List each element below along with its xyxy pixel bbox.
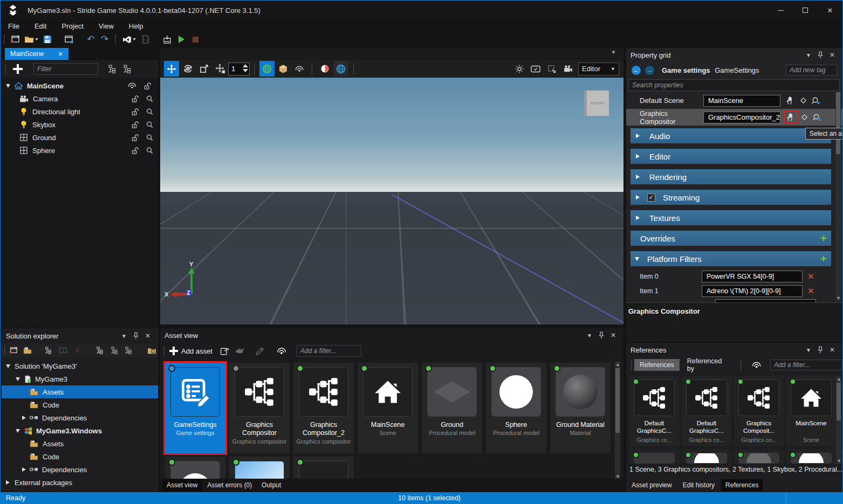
rotate-tool-button[interactable] — [180, 61, 195, 77]
scale-tool-button[interactable] — [196, 61, 211, 77]
redo-button[interactable]: ↷ — [98, 33, 112, 46]
panel-menu-icon[interactable]: ▼ — [584, 333, 595, 339]
open-dropdown-icon[interactable] — [35, 38, 38, 40]
pick-asset-hand-icon[interactable] — [786, 113, 796, 122]
scroll-down-icon[interactable]: ▼ — [837, 458, 841, 464]
item-value-input[interactable]: PowerVR SGX 54[0-9] — [702, 271, 803, 282]
asset-card-mainscene[interactable]: MainScene Scene — [358, 363, 418, 453]
template-icon[interactable] — [235, 347, 245, 355]
references-filter-input[interactable] — [770, 360, 842, 370]
snap-spinner[interactable] — [243, 64, 248, 72]
expander-icon[interactable] — [6, 480, 10, 485]
section-overrides[interactable]: Overrides+ — [630, 231, 831, 246]
open-in-ide-button[interactable] — [119, 33, 139, 46]
expander-icon[interactable] — [635, 257, 639, 261]
section-audio[interactable]: Audio — [630, 128, 831, 143]
remove-item-icon[interactable]: ✕ — [807, 286, 814, 296]
tab-referenced-by[interactable]: Referenced by — [682, 359, 735, 371]
new-project-button[interactable] — [8, 33, 22, 46]
panel-close-icon[interactable]: ✕ — [826, 51, 838, 59]
snap-move-button[interactable] — [213, 61, 228, 77]
default-scene-value[interactable]: MainScene — [703, 95, 780, 107]
expander-icon[interactable] — [6, 84, 10, 88]
build-button[interactable] — [160, 33, 174, 46]
delete-icon[interactable]: ✕ — [71, 344, 84, 357]
spinner-up-icon[interactable] — [243, 64, 248, 67]
asset-card-gamesettings[interactable]: GameSettings Game settings — [165, 363, 225, 453]
asset-filter-input[interactable] — [297, 345, 361, 357]
find-in-solution-icon[interactable] — [146, 344, 158, 357]
expander-icon[interactable] — [16, 429, 20, 433]
tree-item-assets-windows[interactable]: Assets — [2, 437, 158, 450]
asset-card-ground[interactable]: Ground Procedural model — [422, 363, 482, 453]
expand-all-icon[interactable] — [123, 344, 135, 357]
camera-settings-button[interactable] — [560, 61, 575, 77]
tree-item-code[interactable]: Code — [2, 398, 158, 411]
reference-card-graphics-compositor[interactable]: Graphics Composit... Graphics co... — [734, 376, 784, 446]
lock-icon[interactable] — [131, 108, 139, 116]
reference-card-mainscene[interactable]: MainScene Scene — [786, 376, 836, 446]
view-options-eye-icon[interactable] — [276, 347, 287, 355]
item-value-input[interactable]: Adreno \(TM\) 2[0-9][0-9] — [702, 285, 803, 297]
minimize-button[interactable] — [768, 2, 793, 18]
gizmo-visibility-button[interactable] — [292, 61, 307, 77]
window-layout-button[interactable] — [62, 33, 76, 46]
snap-value-input[interactable]: 1 — [228, 63, 250, 75]
save-button[interactable] — [40, 33, 54, 46]
panel-close-icon[interactable]: ✕ — [142, 332, 154, 340]
hierarchy-filter-input[interactable] — [33, 63, 98, 75]
tab-asset-view[interactable]: Asset view — [162, 479, 202, 491]
panel-close-icon[interactable]: ✕ — [826, 346, 838, 354]
asset-card-partial[interactable] — [229, 457, 290, 478]
edit-asset-icon[interactable] — [255, 347, 264, 356]
focus-icon[interactable] — [146, 134, 154, 142]
lighting-button[interactable] — [512, 61, 527, 77]
add-folder-icon[interactable] — [22, 344, 34, 357]
reference-card-partial[interactable] — [682, 450, 731, 464]
asset-card-partial[interactable] — [165, 457, 225, 478]
tree-item-skybox[interactable]: Skybox — [2, 118, 158, 131]
pin-icon[interactable] — [814, 346, 826, 354]
reference-card-partial[interactable] — [629, 450, 679, 464]
asset-card-graphics-compositor[interactable]: Graphics Compositor Graphics compositor — [229, 363, 290, 453]
tree-item-assets[interactable]: Assets — [2, 385, 158, 398]
add-override-icon[interactable]: + — [820, 233, 827, 244]
asset-view-scrollbar[interactable]: ▲ ▼ — [615, 362, 620, 479]
reference-card-partial[interactable] — [734, 450, 784, 464]
menu-edit[interactable]: Edit — [27, 21, 54, 31]
tree-item-directional-light[interactable]: Directional light — [2, 105, 158, 118]
panel-menu-icon[interactable]: ▼ — [803, 52, 814, 58]
scroll-down-icon[interactable]: ▼ — [836, 295, 841, 301]
lock-icon[interactable] — [131, 121, 139, 129]
lock-icon[interactable] — [131, 95, 139, 103]
remove-item-icon[interactable]: ✕ — [807, 272, 814, 281]
collapse-all-icon[interactable] — [108, 344, 121, 357]
expander-icon[interactable] — [636, 154, 640, 158]
scene-tab-close-icon[interactable]: ✕ — [58, 51, 63, 58]
asset-card-graphics-compositor-2[interactable]: Graphics Compositor_2 Graphics composito… — [293, 363, 354, 453]
local-space-button[interactable] — [276, 61, 291, 77]
asset-card-partial[interactable] — [293, 457, 354, 478]
tree-item-code-windows[interactable]: Code — [2, 450, 158, 463]
tab-references[interactable]: References — [634, 359, 680, 371]
screenshot-button[interactable] — [528, 61, 543, 77]
navigation-mode-button[interactable] — [333, 61, 348, 77]
clear-reference-icon[interactable] — [799, 96, 807, 105]
expander-icon[interactable] — [16, 377, 20, 381]
open-button[interactable] — [22, 33, 40, 46]
tree-item-sphere[interactable]: Sphere — [2, 144, 158, 157]
maximize-button[interactable] — [793, 2, 818, 18]
tree-item-camera[interactable]: Camera — [2, 92, 158, 105]
find-asset-icon[interactable] — [811, 96, 821, 105]
menu-view[interactable]: View — [91, 21, 121, 31]
scroll-up-icon[interactable]: ▲ — [615, 362, 620, 367]
lock-icon[interactable] — [143, 82, 152, 90]
focus-icon[interactable] — [146, 95, 154, 103]
move-tool-button[interactable] — [164, 61, 179, 77]
property-grid-scrollbar[interactable]: ▼ — [835, 92, 841, 301]
undo-button[interactable]: ↶ — [84, 33, 98, 46]
pick-asset-hand-icon[interactable] — [786, 96, 795, 105]
tree-item-dependencies-windows[interactable]: Dependencies — [2, 463, 158, 476]
panel-menu-icon[interactable]: ▼ — [118, 333, 130, 339]
section-editor[interactable]: Editor — [630, 149, 831, 164]
